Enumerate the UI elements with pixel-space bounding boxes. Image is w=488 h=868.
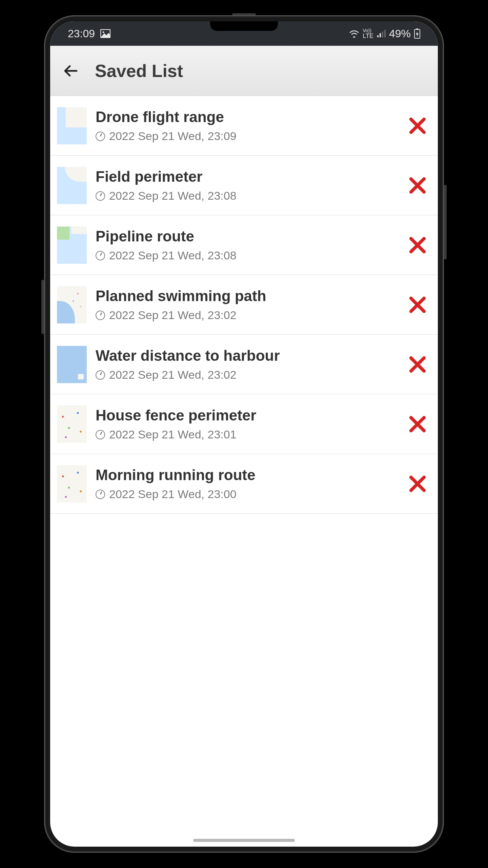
gallery-icon xyxy=(100,29,110,38)
item-body: Field perimeter 2022 Sep 21 Wed, 23:08 xyxy=(96,168,396,202)
close-icon xyxy=(408,176,427,195)
list-item[interactable]: Field perimeter 2022 Sep 21 Wed, 23:08 xyxy=(50,156,438,215)
item-timestamp: 2022 Sep 21 Wed, 23:09 xyxy=(109,130,237,143)
phone-notch xyxy=(210,21,278,31)
clock-icon xyxy=(96,490,105,499)
arrow-left-icon xyxy=(63,63,79,79)
close-icon xyxy=(408,414,427,434)
status-right: Vo)) LTE 49% xyxy=(349,27,420,40)
wifi-icon xyxy=(349,29,359,38)
item-meta: 2022 Sep 21 Wed, 23:02 xyxy=(96,309,396,322)
item-body: House fence perimeter 2022 Sep 21 Wed, 2… xyxy=(96,407,396,441)
clock-icon xyxy=(96,370,105,380)
item-title: House fence perimeter xyxy=(96,407,396,424)
clock-icon xyxy=(96,251,105,260)
phone-top-button xyxy=(232,13,256,15)
app-bar: Saved List xyxy=(50,46,438,96)
page-title: Saved List xyxy=(95,61,183,81)
item-title: Pipeline route xyxy=(96,228,396,245)
item-title: Planned swimming path xyxy=(96,288,396,304)
list-item[interactable]: Drone flight range 2022 Sep 21 Wed, 23:0… xyxy=(50,96,438,156)
battery-percent: 49% xyxy=(389,27,411,40)
item-timestamp: 2022 Sep 21 Wed, 23:08 xyxy=(109,189,237,202)
item-body: Drone flight range 2022 Sep 21 Wed, 23:0… xyxy=(96,108,396,143)
svg-point-1 xyxy=(103,32,104,33)
item-meta: 2022 Sep 21 Wed, 23:00 xyxy=(96,488,396,501)
delete-button[interactable] xyxy=(405,472,430,496)
saved-list[interactable]: Drone flight range 2022 Sep 21 Wed, 23:0… xyxy=(50,96,438,514)
list-item[interactable]: Morning running route 2022 Sep 21 Wed, 2… xyxy=(50,454,438,514)
item-meta: 2022 Sep 21 Wed, 23:01 xyxy=(96,428,396,441)
item-body: Pipeline route 2022 Sep 21 Wed, 23:08 xyxy=(96,228,396,262)
map-thumbnail xyxy=(57,346,87,383)
list-item[interactable]: Planned swimming path 2022 Sep 21 Wed, 2… xyxy=(50,275,438,335)
list-item[interactable]: House fence perimeter 2022 Sep 21 Wed, 2… xyxy=(50,394,438,454)
item-meta: 2022 Sep 21 Wed, 23:09 xyxy=(96,130,396,143)
close-icon xyxy=(408,355,427,374)
phone-frame: 23:09 Vo)) LTE 49% xyxy=(44,15,444,853)
item-timestamp: 2022 Sep 21 Wed, 23:01 xyxy=(109,428,237,441)
item-timestamp: 2022 Sep 21 Wed, 23:02 xyxy=(109,368,237,381)
item-title: Field perimeter xyxy=(96,168,396,185)
svg-rect-2 xyxy=(377,35,379,37)
svg-rect-5 xyxy=(384,30,386,37)
clock-icon xyxy=(96,191,105,201)
item-body: Planned swimming path 2022 Sep 21 Wed, 2… xyxy=(96,288,396,322)
close-icon xyxy=(408,235,427,255)
list-item[interactable]: Water distance to harbour 2022 Sep 21 We… xyxy=(50,335,438,394)
item-body: Morning running route 2022 Sep 21 Wed, 2… xyxy=(96,467,396,501)
map-thumbnail xyxy=(57,226,87,264)
item-timestamp: 2022 Sep 21 Wed, 23:08 xyxy=(109,249,237,262)
phone-side-button-left xyxy=(41,280,44,334)
gesture-bar[interactable] xyxy=(193,839,295,842)
item-meta: 2022 Sep 21 Wed, 23:02 xyxy=(96,368,396,381)
clock-icon xyxy=(96,311,105,320)
phone-side-button-right xyxy=(444,185,447,259)
map-thumbnail xyxy=(57,465,87,502)
delete-button[interactable] xyxy=(405,173,430,198)
signal-icon xyxy=(377,30,386,37)
battery-icon xyxy=(414,28,420,39)
status-left: 23:09 xyxy=(68,27,110,40)
item-title: Water distance to harbour xyxy=(96,347,396,364)
map-thumbnail xyxy=(57,167,87,204)
svg-rect-4 xyxy=(382,32,383,37)
status-time: 23:09 xyxy=(68,27,95,40)
map-thumbnail xyxy=(57,406,87,443)
delete-button[interactable] xyxy=(405,233,430,257)
delete-button[interactable] xyxy=(405,293,430,317)
item-body: Water distance to harbour 2022 Sep 21 We… xyxy=(96,347,396,381)
phone-screen: 23:09 Vo)) LTE 49% xyxy=(50,21,438,847)
item-meta: 2022 Sep 21 Wed, 23:08 xyxy=(96,249,396,262)
back-button[interactable] xyxy=(61,61,81,81)
clock-icon xyxy=(96,430,105,439)
close-icon xyxy=(408,474,427,494)
item-title: Morning running route xyxy=(96,467,396,484)
item-title: Drone flight range xyxy=(96,108,396,125)
item-timestamp: 2022 Sep 21 Wed, 23:02 xyxy=(109,309,237,322)
close-icon xyxy=(408,295,427,315)
network-type-label: Vo)) LTE xyxy=(363,28,373,39)
map-thumbnail xyxy=(57,107,87,144)
item-meta: 2022 Sep 21 Wed, 23:08 xyxy=(96,189,396,202)
delete-button[interactable] xyxy=(405,114,430,138)
map-thumbnail xyxy=(57,286,87,323)
delete-button[interactable] xyxy=(405,412,430,436)
close-icon xyxy=(408,116,427,136)
delete-button[interactable] xyxy=(405,352,430,377)
list-item[interactable]: Pipeline route 2022 Sep 21 Wed, 23:08 xyxy=(50,215,438,275)
clock-icon xyxy=(96,132,105,141)
svg-rect-3 xyxy=(380,33,381,37)
item-timestamp: 2022 Sep 21 Wed, 23:00 xyxy=(109,488,237,501)
